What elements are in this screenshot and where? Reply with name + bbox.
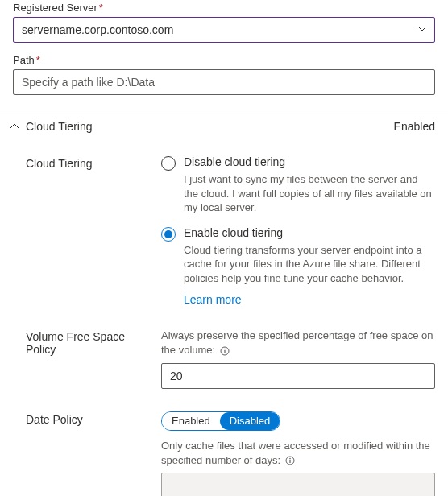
enable-tiering-title: Enable cloud tiering	[184, 226, 283, 239]
svg-rect-2	[224, 350, 225, 353]
registered-server-value: servername.corp.contoso.com	[22, 23, 173, 36]
volume-policy-input[interactable]	[161, 363, 435, 389]
cloud-tiering-options: Disable cloud tiering I just want to syn…	[161, 155, 435, 306]
section-title: Cloud Tiering	[26, 120, 394, 133]
cloud-tiering-label: Cloud Tiering	[26, 155, 147, 306]
volume-policy-desc: Always preserve the specified percentage…	[161, 329, 435, 358]
volume-policy-label: Volume Free Space Policy	[26, 329, 147, 388]
chevron-up-icon	[10, 122, 19, 131]
svg-rect-5	[289, 460, 290, 463]
path-input[interactable]	[13, 69, 435, 95]
cloud-tiering-section-header[interactable]: Cloud Tiering Enabled	[0, 110, 448, 141]
date-policy-desc: Only cache files that were accessed or m…	[161, 439, 435, 468]
svg-point-4	[289, 458, 291, 460]
enable-tiering-desc: Cloud tiering transforms your server end…	[184, 243, 435, 286]
toggle-enabled[interactable]: Enabled	[162, 412, 220, 430]
svg-point-1	[224, 349, 226, 350]
section-status: Enabled	[394, 120, 435, 133]
path-label: Path*	[13, 54, 435, 66]
volume-policy-group: Always preserve the specified percentage…	[161, 329, 435, 388]
toggle-disabled[interactable]: Disabled	[220, 412, 280, 430]
date-policy-input	[161, 473, 435, 496]
date-policy-label: Date Policy	[26, 411, 147, 496]
date-policy-group: Enabled Disabled Only cache files that w…	[161, 411, 435, 496]
learn-more-link[interactable]: Learn more	[184, 293, 242, 306]
enable-tiering-radio[interactable]	[161, 227, 176, 242]
info-icon[interactable]	[285, 456, 295, 465]
disable-tiering-radio[interactable]	[161, 156, 176, 171]
date-policy-toggle[interactable]: Enabled Disabled	[161, 411, 280, 431]
disable-tiering-desc: I just want to sync my files between the…	[184, 172, 435, 215]
disable-tiering-title: Disable cloud tiering	[184, 155, 285, 168]
info-icon[interactable]	[220, 346, 230, 356]
registered-server-dropdown[interactable]: servername.corp.contoso.com	[13, 17, 435, 43]
registered-server-label: Registered Server*	[13, 2, 435, 14]
